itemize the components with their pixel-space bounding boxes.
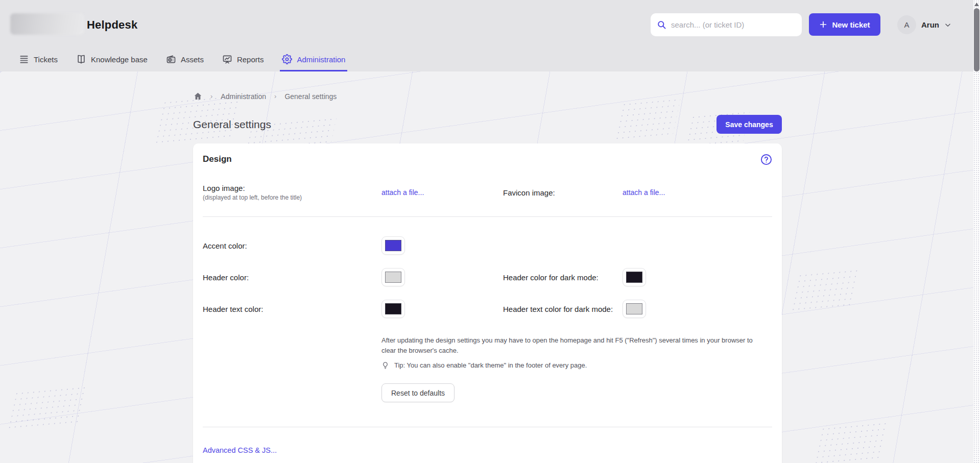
logo-favicon-row: Logo image: (displayed at top left, befo…	[203, 184, 772, 201]
gear-icon	[282, 54, 292, 64]
user-name: Arun	[921, 20, 939, 29]
nav-label: Administration	[297, 55, 345, 64]
reset-to-defaults-button[interactable]: Reset to defaults	[381, 383, 455, 402]
cache-note: After updating the design settings you m…	[381, 335, 767, 355]
breadcrumb-separator: ›	[274, 92, 276, 100]
nav-item-knowledge-base[interactable]: Knowledge base	[76, 47, 148, 71]
home-icon[interactable]	[194, 92, 202, 101]
app-title: Helpdesk	[87, 18, 137, 32]
section-divider	[203, 427, 772, 427]
nav-item-administration[interactable]: Administration	[282, 47, 345, 71]
favicon-image-label: Favicon image:	[503, 188, 623, 197]
design-settings-card: Design Logo image: (displayed at top lef…	[193, 143, 782, 463]
header-text-color-label: Header text color:	[203, 305, 381, 313]
user-menu[interactable]: A Arun	[897, 15, 951, 34]
logo-redacted	[10, 13, 84, 35]
question-circle-icon[interactable]	[760, 154, 772, 165]
plus-icon	[819, 20, 827, 29]
header-color-dark-picker[interactable]	[623, 268, 646, 286]
nav-label: Assets	[181, 55, 204, 64]
new-ticket-label: New ticket	[832, 20, 870, 29]
nav-label: Knowledge base	[91, 55, 148, 64]
header-color-picker[interactable]	[381, 268, 405, 286]
breadcrumb: › Administration › General settings	[194, 92, 337, 101]
presentation-chart-icon	[222, 54, 232, 64]
new-ticket-button[interactable]: New ticket	[809, 13, 880, 36]
favicon-attach-file-link[interactable]: attach a file...	[623, 188, 665, 197]
page-scrollbar[interactable]	[973, 0, 980, 463]
header-text-color-swatch	[385, 303, 401, 314]
header-color-swatch	[385, 272, 401, 283]
nav-item-reports[interactable]: Reports	[222, 47, 264, 71]
logo-image-sublabel: (displayed at top left, before the title…	[203, 194, 381, 201]
header-text-color-dark-label: Header text color for dark mode:	[503, 305, 623, 313]
tip-text: Tip: You can also enable "dark theme" in…	[394, 361, 587, 369]
accent-color-row: Accent color:	[203, 236, 772, 255]
list-icon	[19, 54, 29, 64]
header-color-label: Header color:	[203, 273, 381, 282]
scrollbar-up-arrow[interactable]	[974, 2, 979, 7]
global-search[interactable]	[651, 13, 802, 36]
page-title: General settings	[193, 118, 271, 131]
header-color-dark-swatch	[626, 272, 642, 283]
header-text-color-row: Header text color: Header text color for…	[203, 300, 772, 318]
search-input[interactable]	[671, 20, 796, 29]
book-icon	[76, 54, 86, 64]
scrollbar-thumb[interactable]	[974, 8, 979, 71]
header-text-color-dark-swatch	[626, 303, 642, 314]
breadcrumb-separator: ›	[210, 92, 212, 100]
accent-color-swatch	[385, 240, 401, 251]
logo-image-label: Logo image: (displayed at top left, befo…	[203, 184, 381, 201]
header-text-color-picker[interactable]	[381, 300, 405, 318]
lightbulb-icon	[381, 361, 389, 369]
main-nav: Tickets Knowledge base Assets	[0, 47, 973, 71]
advanced-css-js-link[interactable]: Advanced CSS & JS...	[203, 446, 277, 454]
search-icon	[657, 20, 666, 30]
header-color-row: Header color: Header color for dark mode…	[203, 268, 772, 286]
nav-item-tickets[interactable]: Tickets	[19, 47, 58, 71]
radio-icon	[166, 54, 176, 64]
breadcrumb-general-settings: General settings	[284, 92, 337, 101]
card-title: Design	[203, 154, 772, 164]
dark-theme-tip: Tip: You can also enable "dark theme" in…	[381, 361, 772, 369]
top-header: Helpdesk New ticket A Arun Tickets	[0, 0, 973, 71]
accent-color-label: Accent color:	[203, 241, 381, 250]
nav-label: Tickets	[34, 55, 58, 64]
save-changes-button[interactable]: Save changes	[716, 115, 782, 134]
header-text-color-dark-picker[interactable]	[623, 300, 646, 318]
avatar: A	[897, 15, 916, 34]
chevron-down-icon	[944, 21, 951, 29]
breadcrumb-administration[interactable]: Administration	[221, 92, 266, 101]
accent-color-picker[interactable]	[381, 236, 405, 255]
nav-item-assets[interactable]: Assets	[166, 47, 204, 71]
nav-label: Reports	[237, 55, 264, 64]
logo-attach-file-link[interactable]: attach a file...	[381, 188, 424, 197]
section-divider	[203, 216, 772, 217]
header-color-dark-label: Header color for dark mode:	[503, 273, 623, 282]
